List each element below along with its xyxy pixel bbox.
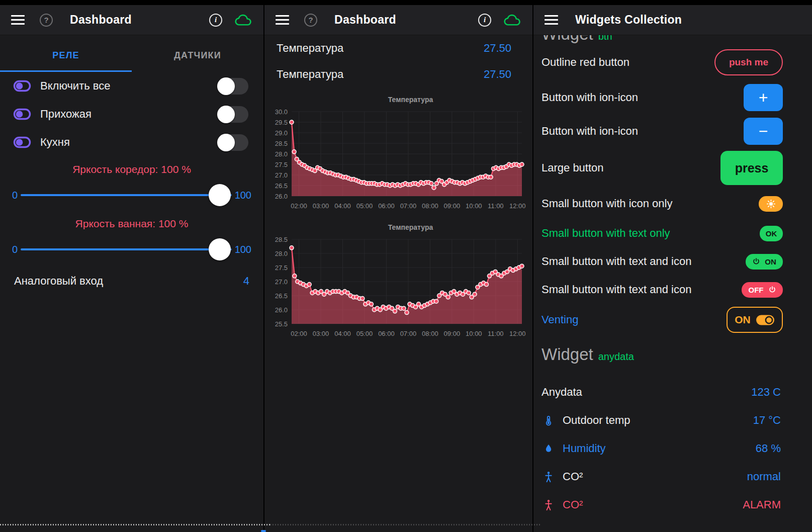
slider-max: 100 [235, 244, 251, 255]
clipped-section-heading: Widgetbtn [533, 35, 812, 44]
app-root: ? Dashboard i РЕЛЕ ДАТЧИКИ Включить все [0, 0, 812, 532]
widget-row-venting: Venting ON [533, 304, 812, 336]
slider-min: 0 [12, 244, 18, 255]
dotted-divider-bright [0, 524, 270, 525]
menu-icon[interactable] [276, 15, 289, 25]
sun-icon [766, 199, 776, 209]
svg-text:07:00: 07:00 [400, 330, 417, 337]
analog-input-row: Аналоговый вход 4 [0, 267, 263, 295]
info-label: Humidity [563, 442, 606, 455]
svg-text:05:00: 05:00 [356, 330, 373, 337]
svg-text:27.5: 27.5 [275, 161, 288, 168]
info-value: 123 C [751, 386, 781, 399]
widget-label: Small button with text and icon [542, 283, 691, 296]
svg-text:26.0: 26.0 [275, 193, 288, 200]
press-button[interactable]: press [720, 151, 783, 185]
svg-text:27.0: 27.0 [275, 278, 288, 286]
widget-label: Button with ion-icon [542, 91, 638, 104]
widget-row-text-only: Small button with text only OK [533, 219, 812, 247]
svg-text:06:00: 06:00 [378, 330, 395, 337]
panel-dashboard-sensors: ? Dashboard i Температура 27.50 Температ… [264, 5, 532, 532]
temperature-row: Температура 27.50 [264, 35, 532, 61]
svg-text:28.0: 28.0 [275, 250, 288, 257]
slider-track[interactable] [21, 194, 232, 196]
page-title: Dashboard [334, 13, 396, 27]
menu-icon[interactable] [11, 15, 25, 25]
widget-label: Large button [542, 161, 604, 174]
svg-text:02:00: 02:00 [291, 330, 307, 337]
svg-text:06:00: 06:00 [378, 202, 395, 210]
toggle-hallway[interactable] [217, 106, 248, 123]
venting-toggle-button[interactable]: ON [727, 307, 783, 333]
cloud-connected-icon[interactable] [234, 13, 252, 27]
svg-text:09:00: 09:00 [444, 330, 461, 337]
temperature-chart-2-plot: 25.526.026.527.027.528.028.502:0003:0004… [268, 234, 528, 341]
tab-relays[interactable]: РЕЛЕ [0, 35, 132, 72]
slider-track[interactable] [21, 248, 232, 250]
tab-sensors[interactable]: ДАТЧИКИ [132, 35, 263, 72]
info-value: normal [747, 470, 781, 483]
slider-bathroom: 0 100 [0, 234, 263, 265]
info-row-co2-normal: CO² normal [533, 463, 812, 491]
switch-label: Кухня [40, 136, 70, 149]
temperature-chart-1-plot: 26.026.527.027.528.028.529.029.530.002:0… [268, 107, 528, 213]
on-button[interactable]: ON [746, 254, 783, 270]
power-icon [752, 257, 760, 265]
relay-toggle-icon [13, 80, 31, 92]
info-row-co2-alarm: CO² ALARM [533, 491, 812, 519]
svg-text:12:00: 12:00 [509, 330, 526, 337]
help-icon[interactable]: ? [304, 14, 317, 27]
analog-input-value: 4 [243, 275, 249, 288]
switch-row-hallway: Прихожая [0, 100, 263, 128]
widget-row-large-button: Large button press [533, 148, 812, 188]
toggle-all[interactable] [217, 78, 248, 95]
slider-knob[interactable] [209, 238, 231, 260]
ok-button[interactable]: OK [760, 226, 783, 241]
svg-text:11:00: 11:00 [488, 202, 504, 210]
relay-toggle-icon [13, 136, 31, 148]
temperature-chart-2: Температура 25.526.026.527.027.528.028.5… [264, 223, 532, 343]
widget-row-on-button: Small button with text and icon ON [533, 247, 812, 276]
thermometer-icon [543, 414, 554, 426]
widget-label: Small button with text only [542, 227, 670, 240]
switch-row-all: Включить все [0, 72, 263, 100]
info-value: ALARM [743, 498, 781, 511]
off-button[interactable]: OFF [742, 282, 783, 298]
anydata-rows: Anydata 123 C Outdoor temp 17 °C [533, 378, 812, 519]
tab-bar: РЕЛЕ ДАТЧИКИ [0, 35, 263, 72]
push-me-button[interactable]: push me [714, 49, 783, 75]
svg-text:28.5: 28.5 [275, 236, 288, 243]
plus-button[interactable]: + [744, 84, 783, 111]
widget-label: Small button with text and icon [542, 255, 691, 268]
svg-text:10:00: 10:00 [466, 330, 482, 337]
svg-text:08:00: 08:00 [422, 330, 438, 337]
slider-knob[interactable] [209, 184, 231, 206]
svg-text:07:00: 07:00 [400, 202, 417, 210]
svg-text:02:00: 02:00 [291, 202, 307, 210]
off-button-label: OFF [749, 286, 764, 294]
menu-icon[interactable] [545, 15, 558, 25]
svg-text:28.0: 28.0 [275, 150, 288, 158]
info-icon[interactable]: i [478, 14, 491, 27]
svg-text:09:00: 09:00 [444, 202, 461, 210]
slider-caption-bathroom: Яркость ванная: 100 % [0, 218, 263, 234]
clipped-heading-title: Widget [542, 35, 593, 43]
person-icon [543, 471, 554, 483]
svg-text:30.0: 30.0 [275, 108, 288, 116]
chart-title: Температура [268, 223, 532, 231]
svg-text:10:00: 10:00 [466, 202, 482, 210]
info-icon[interactable]: i [209, 14, 222, 27]
slider-min: 0 [12, 190, 18, 201]
on-button-label: ON [765, 257, 776, 266]
minus-button[interactable]: − [744, 118, 783, 145]
clipped-heading-suffix: btn [598, 35, 612, 42]
sun-button[interactable] [759, 196, 783, 212]
slider-max: 100 [235, 190, 251, 201]
page-title: Widgets Collection [575, 13, 682, 27]
toggle-kitchen[interactable] [217, 134, 248, 151]
widget-row-icon-only: Small button with icon only [533, 188, 812, 219]
svg-text:27.0: 27.0 [275, 171, 288, 179]
help-icon[interactable]: ? [40, 14, 53, 27]
section-heading-title: Widget [542, 345, 593, 364]
cloud-connected-icon[interactable] [503, 13, 521, 27]
